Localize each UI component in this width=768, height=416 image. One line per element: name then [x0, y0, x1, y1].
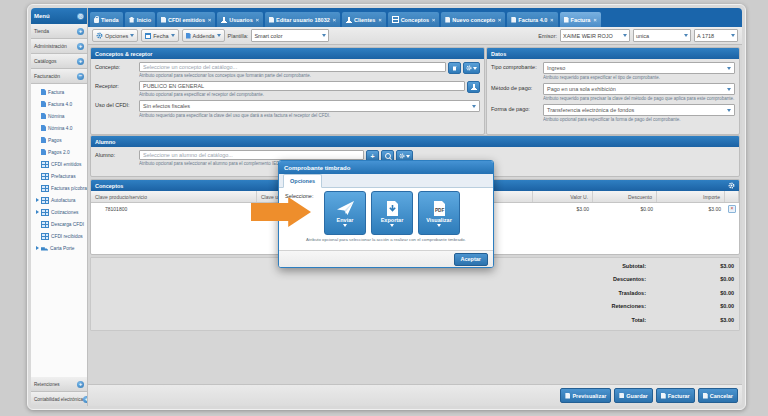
concepto-options-button[interactable] — [463, 62, 480, 74]
sidebar-item-cfdi-recibidos[interactable]: CFDI recibidos — [31, 230, 87, 242]
sidebar-item-prefacturas[interactable]: Prefacturas — [31, 170, 87, 182]
aceptar-button[interactable]: Aceptar — [454, 253, 488, 266]
col-valor-unitario[interactable]: Valor U. — [533, 191, 593, 202]
sidebar-item-carta-porte[interactable]: Carta Porte — [31, 242, 87, 254]
collapse-icon[interactable]: − — [77, 73, 84, 80]
enviar-button[interactable]: Enviar — [324, 191, 366, 235]
chevron-right-icon[interactable] — [36, 246, 39, 250]
grid-icon — [41, 173, 49, 180]
gear-icon[interactable] — [728, 182, 735, 189]
addenda-button[interactable]: Addenda — [182, 29, 225, 42]
sidebar-group-label: Catálogos — [34, 58, 57, 64]
remove-row-icon[interactable]: × — [728, 205, 736, 213]
expand-icon[interactable]: + — [77, 43, 84, 50]
visualizar-button[interactable]: PDF Visualizar — [418, 191, 460, 235]
sidebar-item-facturas-pcobrar[interactable]: Facturas p/cobrar — [31, 182, 87, 194]
delete-concepto-button[interactable] — [448, 62, 461, 74]
sidebar-group-tienda[interactable]: Tienda+ — [31, 24, 87, 39]
opciones-button[interactable]: Opciones — [92, 29, 138, 42]
expand-icon[interactable]: + — [83, 396, 87, 403]
sidebar-item-pagos[interactable]: Pagos — [31, 134, 87, 146]
sidebar-item-descarga-cfdi[interactable]: Descarga CFDI — [31, 218, 87, 230]
tab-conceptos[interactable]: Conceptos× — [388, 12, 440, 27]
sidebar-item-pagos-20[interactable]: Pagos 2.0 — [31, 146, 87, 158]
document-icon — [41, 149, 46, 155]
chevron-down-icon — [727, 67, 731, 70]
sidebar-item-factura-40[interactable]: Factura 4.0 — [31, 98, 87, 110]
gear-icon — [466, 65, 472, 71]
exportar-button[interactable]: Exportar — [371, 191, 413, 235]
sidebar-item-cotizaciones[interactable]: Cotizaciones — [31, 206, 87, 218]
chevron-right-icon[interactable] — [36, 210, 39, 214]
tab-bar: Tienda Inicio CFDI emitidos× Usuarios× E… — [88, 8, 742, 27]
col-descuento[interactable]: Descuento — [593, 191, 657, 202]
tab-usuarios[interactable]: Usuarios× — [217, 12, 263, 27]
subtotal-label: Subtotal: — [622, 263, 646, 269]
sidebar-item-cfdi-emitidos[interactable]: CFDI emitidos — [31, 158, 87, 170]
tab-tienda[interactable]: Tienda — [90, 12, 123, 27]
facturar-button[interactable]: Facturar — [656, 388, 695, 403]
close-icon[interactable]: × — [256, 17, 259, 23]
close-icon[interactable]: × — [498, 17, 501, 23]
chevron-down-icon — [623, 34, 627, 37]
forma-pago-select[interactable]: Transferencia electrónica de fondos — [543, 104, 735, 116]
receptor-label: Receptor: — [95, 81, 139, 97]
gear-icon — [399, 153, 405, 159]
close-icon[interactable]: × — [378, 17, 381, 23]
tab-nuevo-concepto[interactable]: Nuevo concepto× — [441, 12, 505, 27]
sidebar-group-contabilidad[interactable]: Contabilidad electrónica+ — [31, 392, 87, 406]
sidebar-item-nomina[interactable]: Nómina — [31, 110, 87, 122]
sidebar-header: Menú ◎ — [31, 8, 87, 24]
sidebar-item-factura[interactable]: Factura — [31, 86, 87, 98]
guardar-button[interactable]: Guardar — [614, 388, 652, 403]
sidebar-pin-icon[interactable]: ◎ — [77, 13, 84, 20]
panel-header: Alumno — [91, 136, 739, 147]
serie-select[interactable]: A 1718 — [694, 29, 738, 42]
close-icon[interactable]: × — [432, 17, 435, 23]
traslados-value: $0.00 — [646, 290, 739, 296]
sidebar-item-autofactura[interactable]: Autofactura — [31, 194, 87, 206]
metodo-pago-select[interactable]: Pago en una sola exhibición — [543, 83, 735, 95]
grid-icon — [41, 197, 49, 204]
tab-opciones[interactable]: Opciones — [283, 174, 322, 188]
col-importe[interactable]: Importe — [657, 191, 725, 202]
sidebar-group-catalogos[interactable]: Catálogos+ — [31, 54, 87, 69]
tab-factura-40[interactable]: Factura 4.0× — [507, 12, 557, 27]
previsualizar-button[interactable]: Previsualizar — [560, 388, 611, 403]
sidebar-group-facturacion[interactable]: Facturación− — [31, 69, 87, 84]
alumno-input[interactable] — [139, 150, 364, 160]
expand-icon[interactable]: + — [77, 28, 84, 35]
chevron-right-icon[interactable] — [36, 198, 39, 202]
sucursal-select[interactable]: unica — [633, 29, 691, 42]
document-icon — [41, 113, 46, 119]
tab-editar-usuario[interactable]: Editar usuario 18032× — [265, 12, 340, 27]
expand-icon[interactable]: + — [77, 58, 84, 65]
total-value: $3.00 — [646, 317, 739, 323]
close-icon[interactable]: × — [550, 17, 553, 23]
close-icon[interactable]: × — [208, 17, 211, 23]
tab-inicio[interactable]: Inicio — [125, 12, 155, 27]
subtotal-value: $3.00 — [646, 263, 739, 269]
uso-cfdi-select[interactable]: Sin efectos fiscales — [139, 100, 480, 112]
emisor-select[interactable]: XAIME WEIR ROJO — [560, 29, 630, 42]
close-icon[interactable]: × — [333, 17, 336, 23]
col-clave-producto[interactable]: Clave producto/servicio — [91, 191, 257, 202]
sidebar-group-retenciones[interactable]: Retenciones+ — [31, 377, 87, 392]
plantilla-select[interactable]: Smart color — [251, 29, 329, 42]
paper-plane-icon — [337, 192, 354, 216]
tab-cfdi-emitidos[interactable]: CFDI emitidos× — [157, 12, 215, 27]
fecha-button[interactable]: Fecha — [141, 29, 178, 42]
sidebar-group-administracion[interactable]: Administración+ — [31, 39, 87, 54]
select-receptor-button[interactable] — [467, 81, 480, 93]
close-icon[interactable]: × — [593, 17, 596, 23]
receptor-input[interactable] — [139, 81, 465, 91]
cancelar-button[interactable]: Cancelar — [698, 388, 738, 403]
concepto-input[interactable] — [139, 62, 446, 72]
expand-icon[interactable]: + — [77, 381, 84, 388]
svg-text:PDF: PDF — [435, 208, 444, 213]
tab-factura-active[interactable]: Factura× — [560, 12, 601, 27]
tab-clientes[interactable]: Clientes× — [342, 12, 386, 27]
sidebar: Menú ◎ Tienda+ Administración+ Catálogos… — [31, 8, 88, 406]
sidebar-item-nomina-40[interactable]: Nómina 4.0 — [31, 122, 87, 134]
tipo-comprobante-select[interactable]: Ingreso — [543, 62, 735, 74]
